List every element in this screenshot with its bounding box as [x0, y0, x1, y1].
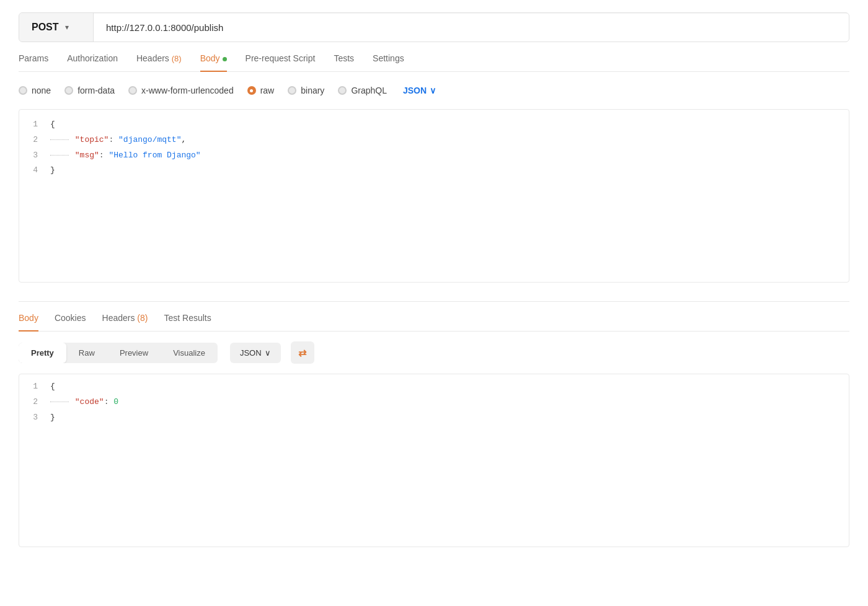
- tab-authorization[interactable]: Authorization: [67, 53, 118, 72]
- request-body-editor[interactable]: 1 { 2 "topic": "django/mqtt", 3 "msg": "…: [19, 109, 849, 283]
- view-btn-visualize[interactable]: Visualize: [161, 343, 218, 363]
- method-label: POST: [32, 22, 59, 33]
- request-tabs: Params Authorization Headers (8) Body Pr…: [19, 53, 849, 72]
- url-input[interactable]: [94, 14, 849, 42]
- chevron-down-icon: ∨: [430, 86, 436, 95]
- radio-form-data: [64, 86, 73, 95]
- tab-body[interactable]: Body: [200, 53, 227, 72]
- chevron-down-icon: ∨: [265, 348, 271, 358]
- radio-graphql: [338, 86, 347, 95]
- radio-binary: [288, 86, 296, 95]
- response-body-viewer: 1 { 2 "code": 0 3 }: [19, 374, 849, 547]
- tab-params[interactable]: Params: [19, 53, 48, 72]
- view-btn-preview[interactable]: Preview: [107, 343, 161, 363]
- tab-tests[interactable]: Tests: [334, 53, 354, 72]
- response-tab-test-results[interactable]: Test Results: [164, 313, 211, 332]
- body-type-binary[interactable]: binary: [288, 86, 324, 95]
- tab-pre-request[interactable]: Pre-request Script: [246, 53, 316, 72]
- url-bar: POST ▾: [19, 12, 849, 42]
- wrap-icon: ⇄: [298, 347, 306, 359]
- chevron-down-icon: ▾: [65, 23, 69, 32]
- body-type-graphql[interactable]: GraphQL: [338, 86, 387, 95]
- body-type-selector: none form-data x-www-form-urlencoded raw…: [19, 83, 849, 98]
- code-line-3: 3 "msg": "Hello from Django": [19, 148, 849, 164]
- response-tab-headers[interactable]: Headers (8): [102, 313, 148, 332]
- body-type-raw[interactable]: raw: [247, 86, 275, 95]
- tab-headers[interactable]: Headers (8): [136, 53, 182, 72]
- view-btn-group: Pretty Raw Preview Visualize: [19, 343, 218, 363]
- wrap-response-button[interactable]: ⇄: [291, 341, 314, 364]
- body-type-none[interactable]: none: [19, 86, 51, 95]
- radio-raw: [247, 86, 256, 95]
- method-selector[interactable]: POST ▾: [19, 13, 94, 42]
- response-tab-cookies[interactable]: Cookies: [55, 313, 86, 332]
- section-divider: [19, 301, 849, 302]
- response-json-dropdown[interactable]: JSON ∨: [230, 343, 281, 363]
- view-buttons-row: Pretty Raw Preview Visualize JSON ∨ ⇄: [19, 341, 849, 364]
- body-type-form-data[interactable]: form-data: [64, 86, 115, 95]
- app-container: POST ▾ Params Authorization Headers (8) …: [0, 0, 868, 578]
- code-line-2: 2 "topic": "django/mqtt",: [19, 133, 849, 148]
- view-btn-raw[interactable]: Raw: [66, 343, 107, 363]
- response-tab-body[interactable]: Body: [19, 313, 38, 332]
- view-btn-pretty[interactable]: Pretty: [19, 343, 66, 363]
- response-line-1: 1 {: [19, 379, 849, 395]
- radio-none: [19, 86, 27, 95]
- json-format-dropdown[interactable]: JSON ∨: [403, 86, 436, 95]
- response-tabs: Body Cookies Headers (8) Test Results: [19, 313, 849, 332]
- tab-settings[interactable]: Settings: [373, 53, 404, 72]
- code-line-4: 4 }: [19, 163, 849, 178]
- response-line-3: 3 }: [19, 410, 849, 426]
- body-type-urlencoded[interactable]: x-www-form-urlencoded: [128, 86, 234, 95]
- radio-urlencoded: [128, 86, 137, 95]
- response-line-2: 2 "code": 0: [19, 395, 849, 410]
- code-line-1: 1 {: [19, 117, 849, 133]
